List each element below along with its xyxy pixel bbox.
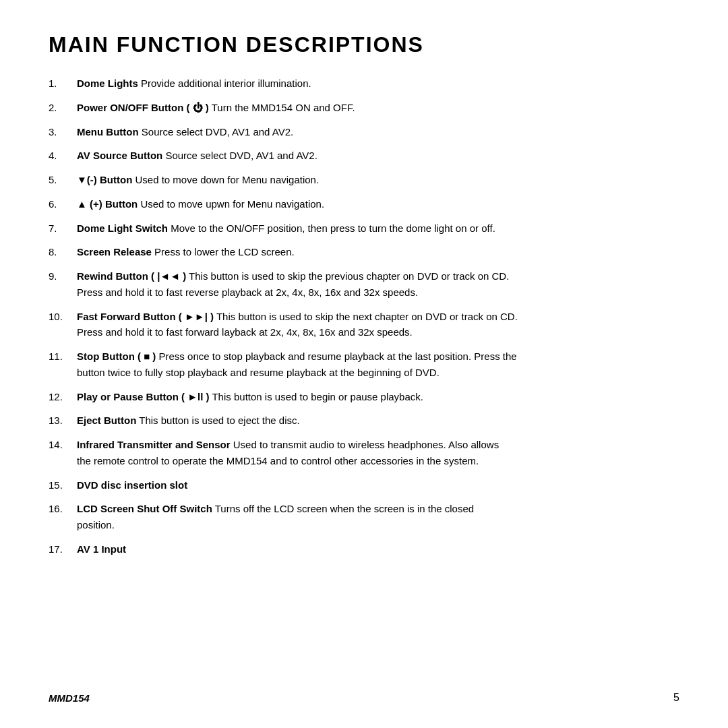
item-first-line: Infrared Transmitter and Sensor Used to … xyxy=(77,437,679,452)
item-first-line: Stop Button ( ■ ) Press once to stop pla… xyxy=(77,349,679,364)
item-number: 15. xyxy=(49,478,77,493)
item-first-line: Dome Light Switch Move to the ON/OFF pos… xyxy=(77,221,679,236)
list-item: 5.▼(-) Button Used to move down for Menu… xyxy=(49,173,679,187)
item-content: Stop Button ( ■ ) Press once to stop pla… xyxy=(77,349,679,380)
list-item: 3.Menu Button Source select DVD, AV1 and… xyxy=(49,125,679,140)
item-number: 2. xyxy=(49,100,77,115)
list-item: 1.Dome Lights Provide additional interio… xyxy=(49,76,679,91)
item-first-line: ▼(-) Button Used to move down for Menu n… xyxy=(77,173,679,187)
item-number: 5. xyxy=(49,173,77,187)
item-label: Infrared Transmitter and Sensor xyxy=(77,439,231,450)
item-content: Power ON/OFF Button ( ⏻ ) Turn the MMD15… xyxy=(77,100,679,115)
item-first-line: Power ON/OFF Button ( ⏻ ) Turn the MMD15… xyxy=(77,100,679,115)
item-list: 1.Dome Lights Provide additional interio… xyxy=(49,76,679,557)
item-label: Power ON/OFF Button ( ⏻ ) xyxy=(77,102,209,113)
item-label: Menu Button xyxy=(77,126,139,138)
item-number: 9. xyxy=(49,269,77,284)
item-desc: This button is used to skip the next cha… xyxy=(214,311,518,322)
item-desc: Press to lower the LCD screen. xyxy=(152,246,295,257)
item-content: Eject Button This button is used to ejec… xyxy=(77,413,679,428)
item-number: 13. xyxy=(49,413,77,428)
item-desc: Turns off the LCD screen when the screen… xyxy=(212,503,474,514)
item-content: Menu Button Source select DVD, AV1 and A… xyxy=(77,125,679,140)
list-item: 15.DVD disc insertion slot xyxy=(49,478,679,493)
item-content: Dome Light Switch Move to the ON/OFF pos… xyxy=(77,221,679,236)
list-item: 9.Rewind Button ( |◄◄ ) This button is u… xyxy=(49,269,679,300)
item-label: AV 1 Input xyxy=(77,543,126,555)
item-label: Screen Release xyxy=(77,246,152,257)
item-content: AV 1 Input xyxy=(77,542,679,557)
item-number: 6. xyxy=(49,197,77,212)
list-item: 17.AV 1 Input xyxy=(49,542,679,557)
list-item: 10.Fast Forward Button ( ►►| ) This butt… xyxy=(49,309,679,340)
list-item: 2.Power ON/OFF Button ( ⏻ ) Turn the MMD… xyxy=(49,100,679,115)
list-item: 14.Infrared Transmitter and Sensor Used … xyxy=(49,437,679,468)
item-desc: Press once to stop playback and resume p… xyxy=(156,351,516,362)
list-item: 16.LCD Screen Shut Off Switch Turns off … xyxy=(49,502,679,533)
item-first-line: AV 1 Input xyxy=(77,542,679,557)
item-first-line: ▲ (+) Button Used to move upwn for Menu … xyxy=(77,197,679,212)
item-desc: Source select DVD, AV1 and AV2. xyxy=(139,126,294,138)
footer-model: MMD154 xyxy=(49,692,90,704)
item-desc: Provide additional interior illumination… xyxy=(138,78,311,89)
item-desc: This button is used to skip the previous… xyxy=(186,270,509,282)
item-number: 14. xyxy=(49,437,77,452)
item-label: Eject Button xyxy=(77,415,136,426)
item-first-line: Rewind Button ( |◄◄ ) This button is use… xyxy=(77,269,679,284)
item-number: 12. xyxy=(49,390,77,404)
item-number: 10. xyxy=(49,309,77,324)
item-first-line: DVD disc insertion slot xyxy=(77,478,679,493)
item-label: Stop Button ( ■ ) xyxy=(77,351,156,362)
item-content: Rewind Button ( |◄◄ ) This button is use… xyxy=(77,269,679,300)
list-item: 6.▲ (+) Button Used to move upwn for Men… xyxy=(49,197,679,212)
item-content: Dome Lights Provide additional interior … xyxy=(77,76,679,91)
item-extra: button twice to fully stop playback and … xyxy=(77,365,679,380)
item-first-line: Fast Forward Button ( ►►| ) This button … xyxy=(77,309,679,324)
item-content: ▼(-) Button Used to move down for Menu n… xyxy=(77,173,679,187)
item-first-line: Play or Pause Button ( ►ll ) This button… xyxy=(77,390,679,404)
list-item: 7.Dome Light Switch Move to the ON/OFF p… xyxy=(49,221,679,236)
item-first-line: Screen Release Press to lower the LCD sc… xyxy=(77,245,679,260)
item-desc: Used to transmit audio to wireless headp… xyxy=(231,439,499,450)
footer: MMD154 5 xyxy=(49,692,679,704)
item-first-line: Dome Lights Provide additional interior … xyxy=(77,76,679,91)
item-desc: Turn the MMD154 ON and OFF. xyxy=(209,102,355,113)
item-content: Infrared Transmitter and Sensor Used to … xyxy=(77,437,679,468)
item-label: ▲ (+) Button xyxy=(77,198,138,210)
list-item: 8.Screen Release Press to lower the LCD … xyxy=(49,245,679,260)
item-content: ▲ (+) Button Used to move upwn for Menu … xyxy=(77,197,679,212)
list-item: 13.Eject Button This button is used to e… xyxy=(49,413,679,428)
item-number: 11. xyxy=(49,349,77,364)
page-title: MAIN FUNCTION DESCRIPTIONS xyxy=(49,32,679,57)
item-desc: This button is used to eject the disc. xyxy=(136,415,299,426)
item-number: 7. xyxy=(49,221,77,236)
item-desc: This button is used to begin or pause pl… xyxy=(210,391,423,402)
item-desc: Used to move upwn for Menu navigation. xyxy=(138,198,324,210)
item-label: ▼(-) Button xyxy=(77,174,132,185)
item-content: AV Source Button Source select DVD, AV1 … xyxy=(77,148,679,163)
list-item: 11.Stop Button ( ■ ) Press once to stop … xyxy=(49,349,679,380)
item-label: AV Source Button xyxy=(77,150,162,161)
item-label: DVD disc insertion slot xyxy=(77,479,187,491)
item-content: LCD Screen Shut Off Switch Turns off the… xyxy=(77,502,679,533)
item-extra: Press and hold it to fast forward laybac… xyxy=(77,325,679,340)
item-first-line: Eject Button This button is used to ejec… xyxy=(77,413,679,428)
item-extra: Press and hold it to fast reverse playba… xyxy=(77,285,679,300)
item-number: 4. xyxy=(49,148,77,163)
item-number: 17. xyxy=(49,542,77,557)
list-item: 4.AV Source Button Source select DVD, AV… xyxy=(49,148,679,163)
item-first-line: AV Source Button Source select DVD, AV1 … xyxy=(77,148,679,163)
item-label: Fast Forward Button ( ►►| ) xyxy=(77,311,214,322)
item-extra: position. xyxy=(77,518,679,533)
item-label: Rewind Button ( |◄◄ ) xyxy=(77,270,186,282)
item-content: Fast Forward Button ( ►►| ) This button … xyxy=(77,309,679,340)
item-number: 8. xyxy=(49,245,77,260)
item-label: Dome Lights xyxy=(77,78,138,89)
item-desc: Source select DVD, AV1 and AV2. xyxy=(162,150,317,161)
item-first-line: LCD Screen Shut Off Switch Turns off the… xyxy=(77,502,679,516)
page: MAIN FUNCTION DESCRIPTIONS 1.Dome Lights… xyxy=(0,0,728,728)
item-first-line: Menu Button Source select DVD, AV1 and A… xyxy=(77,125,679,140)
item-label: Play or Pause Button ( ►ll ) xyxy=(77,391,210,402)
item-number: 1. xyxy=(49,76,77,91)
item-label: Dome Light Switch xyxy=(77,222,168,234)
